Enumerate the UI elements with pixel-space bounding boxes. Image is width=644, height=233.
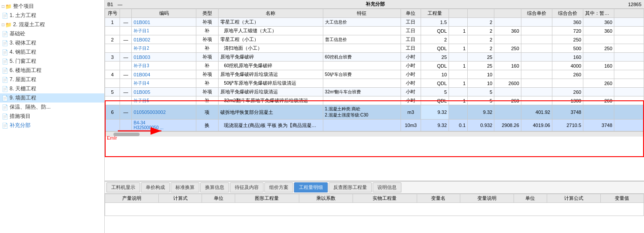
sub-cell-price (521, 44, 552, 53)
sub-cell-f3: 2600 (494, 79, 521, 88)
expand-icon-s2: □ (2, 22, 4, 27)
sidebar-item-s12[interactable]: 📄 补充分部 (0, 121, 104, 130)
cell-rest (614, 88, 644, 96)
table-sub-row[interactable]: 补子目1 补 原地平人工锻缝（大工） 工日 QDL 1 2 360 720 36… (105, 27, 644, 35)
table-sub-row[interactable]: 补子目2 补 清扫地面（小工） 工日 QDL 1 2 250 500 250 (105, 44, 644, 53)
tab-drawing[interactable]: 反查图形工程量 (329, 182, 372, 192)
table-row[interactable]: 4 — 01B004 补项 原地平免爆破碎后垃圾清运 50铲车台班费 小时 10… (105, 70, 644, 79)
sub-cell-qty: QDL (421, 27, 449, 35)
sub-cell-f3: 360 (494, 27, 521, 35)
th-total: 综合合价 (552, 9, 583, 18)
cell-spec: 60挖机台班费 (323, 53, 401, 62)
cell-minus[interactable]: — (120, 88, 132, 96)
sidebar-label-s7: 7. 屋面工程 (10, 76, 36, 83)
tab-traits[interactable]: 待征及内容 (230, 182, 264, 192)
cell-f3 (494, 70, 521, 79)
cell-qty[interactable]: 5 (421, 88, 449, 96)
table-row[interactable]: 5 — 01B005 补项 原地平免爆破碎后垃圾清运 32m³翻斗车台班费 小时… (105, 88, 644, 96)
table-row[interactable]: 1 — 01B001 补项 零星工程（大工） 大工信息价 工日 1.5 2 36… (105, 18, 644, 27)
cell-code: 01B003 (132, 53, 196, 62)
cell-f2: 5 (468, 88, 494, 96)
sub-cell-f2: 0.932 (468, 120, 494, 131)
sidebar: □ 📁 整个项目 📄 1. 土方工程 □ 📁 2. 混凝土工程 📄 基础砼 📄 … (0, 0, 105, 233)
sidebar-item-s4[interactable]: 📄 4. 钢筋工程 (0, 48, 104, 57)
tree-root-label: 整个项目 (13, 3, 34, 10)
th-f2 (468, 9, 494, 18)
sidebar-item-s6[interactable]: 📄 6. 楼地面工程 (0, 66, 104, 75)
cell-code: 01B005 (132, 88, 196, 96)
sub-cell-minus (120, 79, 132, 88)
sub-cell-est: 260 (583, 96, 614, 105)
minus-btn[interactable]: — (117, 2, 122, 7)
cell-type: 项 (196, 105, 219, 120)
sub-cell-f1: 1 (449, 44, 468, 53)
table-row[interactable]: 6 — 010505003002 项 破拆地坪恢复部分混凝土 1.混凝土种类:商… (105, 105, 644, 120)
sub-cell-minus (120, 44, 132, 53)
bottom-table: 产量说明计算式单位图形工程量乘以系数实物工程量变量名变量说明单位计算公式变量值 (105, 194, 644, 216)
cell-code: 01B004 (132, 70, 196, 79)
tab-combo[interactable]: 组价方案 (264, 182, 293, 192)
cell-minus[interactable]: — (120, 18, 132, 27)
cell-minus[interactable]: — (120, 70, 132, 79)
cell-unit: 小时 (401, 88, 421, 96)
cell-spec: 1.混凝土种类:商砼2.混凝土强度等级:C30 (323, 105, 401, 120)
cell-minus[interactable]: — (120, 53, 132, 62)
table-sub-row[interactable]: 补子目3 补 60挖机原地平免爆破碎 小时 QDL 1 25 160 4000 … (105, 62, 644, 70)
sub-cell-unit: 小时 (401, 62, 421, 70)
sidebar-item-s3[interactable]: 📄 3. 砌体工程 (0, 38, 104, 48)
th-qty: 工程量 (421, 9, 449, 18)
tree-root[interactable]: □ 📁 整个项目 (0, 2, 104, 11)
table-area[interactable]: B1 — 补充分部 12865 (105, 0, 644, 181)
cell-qty[interactable]: 2 (421, 35, 449, 44)
table-sub-row[interactable]: 补子目5 补 32m2翻斗车原地平免爆破碎后垃圾清运 小时 QDL 1 5 26… (105, 96, 644, 105)
sub-cell-rest (614, 44, 644, 53)
cell-est (583, 105, 614, 120)
cell-qty[interactable]: 10 (421, 70, 449, 79)
sub-cell-price (521, 27, 552, 35)
tab-qty[interactable]: 工程量明细 (294, 182, 328, 192)
table-sub-row[interactable]: 补子目4 补 50铲车原地平免爆破碎后垃圾清运 小时 QDL 1 10 2600… (105, 79, 644, 88)
sub-cell-code: 补子目5 (132, 96, 196, 105)
cell-minus[interactable]: — (120, 105, 132, 120)
sub-cell-minus (120, 27, 132, 35)
cell-qty[interactable]: 25 (421, 53, 449, 62)
tab-calc[interactable]: 换算信息 (200, 182, 229, 192)
sub-cell-code: B4-34 H325000050 ... (132, 120, 196, 131)
cell-qty[interactable]: 9.32 (421, 105, 449, 120)
table-row[interactable]: 3 — 01B003 补项 原地平免爆破碎 60挖机台班费 小时 25 25 1… (105, 53, 644, 62)
cell-type: 补项 (196, 88, 219, 96)
tab-std[interactable]: 标准换算 (171, 182, 199, 192)
sidebar-item-s11[interactable]: 📄 措施项目 (0, 112, 104, 121)
table-row[interactable]: 2 — 01B002 补项 零星工程（小工） 普工信息价 工日 2 2 250 (105, 35, 644, 44)
sidebar-item-s2-1[interactable]: 📄 基础砼 (0, 29, 104, 38)
cell-minus[interactable]: — (120, 35, 132, 44)
doc-icon: 📄 (2, 13, 8, 19)
sidebar-item-s7[interactable]: 📄 7. 屋面工程 (0, 75, 104, 84)
sub-cell-f1: 0.1 (449, 120, 468, 131)
cell-est (583, 70, 614, 79)
doc-icon-s2-1: 📄 (2, 31, 8, 37)
sub-cell-total (552, 79, 583, 88)
cell-qty[interactable]: 1.5 (421, 18, 449, 27)
cell-name: 原地平免爆破碎 (219, 53, 323, 62)
sidebar-item-s10[interactable]: 📄 保温、隔热、防... (0, 103, 104, 112)
tab-labor[interactable]: 工料机显示 (106, 182, 140, 192)
sidebar-item-s8[interactable]: 📄 8. 天棚工程 (0, 84, 104, 93)
sidebar-item-s1[interactable]: 📄 1. 土方工程 (0, 11, 104, 20)
sidebar-item-s5[interactable]: 📄 5. 门窗工程 (0, 57, 104, 66)
horizontal-scrollbar[interactable] (105, 131, 644, 137)
table-sub-row[interactable]: B4-34 H325000050 ... 换 现浇混凝土(商品)板 平板 换为【… (105, 120, 644, 131)
expand-icon: □ (2, 4, 4, 9)
th-rest (614, 9, 644, 18)
cell-total: 260 (552, 88, 583, 96)
sub-cell-qty: QDL (421, 44, 449, 53)
cell-rest (614, 70, 644, 79)
sidebar-item-s9[interactable]: 📄 9. 墙面工程 (0, 93, 104, 103)
top-header-bar: B1 — 补充分部 12865 (105, 0, 644, 9)
doc-icon-s9: 📄 (2, 95, 8, 101)
tab-unit[interactable]: 单价构成 (141, 182, 170, 192)
sidebar-item-s2[interactable]: □ 📁 2. 混凝土工程 (0, 20, 104, 29)
tab-note[interactable]: 说明信息 (373, 182, 401, 192)
sidebar-label-s3: 3. 砌体工程 (10, 39, 36, 47)
sub-cell-empty (105, 62, 120, 70)
